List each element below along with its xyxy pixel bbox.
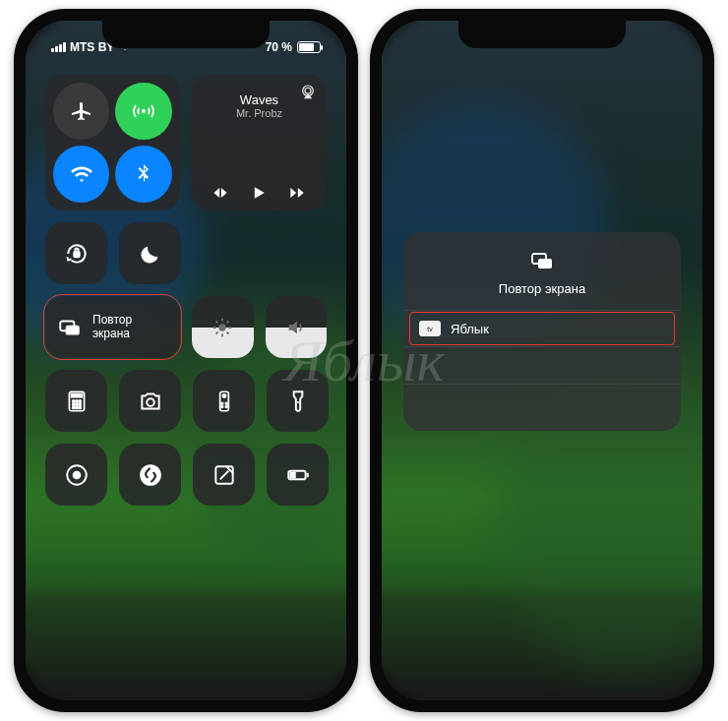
quick-note-button[interactable] [193, 444, 255, 506]
brightness-slider[interactable] [192, 296, 253, 358]
previous-track-icon[interactable] [211, 183, 230, 203]
flashlight-icon [285, 389, 311, 414]
apple-tv-remote-icon [212, 389, 237, 414]
device-name: Яблык [451, 322, 489, 336]
apple-tv-device-icon: tv [419, 321, 441, 336]
wifi-toggle[interactable] [53, 146, 109, 203]
cellular-data-icon [132, 99, 155, 123]
flashlight-button[interactable] [267, 370, 329, 432]
camera-icon [138, 389, 163, 414]
media-tile[interactable]: Waves Mr. Probz [192, 75, 327, 210]
airplay-icon[interactable] [299, 83, 317, 100]
panel-title: Повтор экрана [403, 281, 681, 296]
calculator-icon [64, 389, 90, 414]
svg-rect-33 [538, 259, 552, 269]
notch [102, 21, 270, 48]
do-not-disturb-icon [138, 241, 163, 267]
svg-point-16 [75, 406, 77, 408]
do-not-disturb-button[interactable] [119, 222, 181, 284]
svg-rect-31 [290, 472, 294, 476]
notch [458, 21, 626, 48]
orientation-lock-icon [64, 241, 90, 267]
apple-tv-remote-button[interactable] [193, 370, 255, 432]
screen-mirroring-panel: Повтор экрана tv Яблык [403, 232, 681, 431]
control-center: Waves Mr. Probz [26, 21, 346, 700]
svg-point-24 [225, 405, 227, 407]
calculator-button[interactable] [45, 370, 107, 432]
brightness-icon [212, 317, 233, 338]
svg-point-6 [219, 324, 226, 330]
svg-point-22 [225, 402, 227, 404]
screen-mirroring-button[interactable]: Повторэкрана [45, 296, 180, 358]
camera-button[interactable] [119, 370, 181, 432]
svg-point-27 [72, 470, 81, 479]
screen-record-button[interactable] [45, 444, 107, 506]
svg-point-23 [220, 405, 222, 407]
empty-row [403, 384, 681, 421]
svg-point-20 [222, 393, 225, 396]
device-item[interactable]: tv Яблык [403, 310, 681, 346]
phone-right: Повтор экрана tv Яблык [370, 9, 714, 712]
screen-left: MTS BY 70 % [26, 21, 346, 700]
svg-point-9 [72, 399, 74, 401]
cell-signal-icon [51, 42, 66, 52]
phone-left: MTS BY 70 % [14, 9, 358, 712]
screen-record-icon [64, 462, 90, 488]
svg-point-12 [72, 403, 74, 405]
battery-icon [297, 41, 321, 53]
svg-point-10 [75, 399, 77, 401]
highlight-box [409, 312, 675, 345]
screen-mirroring-label: Повторэкрана [92, 314, 132, 341]
shazam-icon [138, 462, 163, 488]
battery-percent: 70 % [266, 40, 292, 54]
svg-rect-5 [66, 325, 80, 334]
next-track-icon[interactable] [287, 183, 307, 203]
airplane-icon [70, 99, 93, 123]
media-artist: Mr. Probz [202, 107, 317, 119]
low-power-button[interactable] [267, 444, 329, 506]
wifi-icon [70, 162, 93, 186]
volume-slider[interactable] [266, 296, 327, 358]
low-power-icon [285, 462, 311, 488]
orientation-lock-button[interactable] [45, 222, 107, 284]
svg-point-18 [147, 398, 154, 406]
bluetooth-toggle[interactable] [115, 146, 172, 203]
volume-icon [285, 317, 307, 338]
empty-row [403, 346, 681, 384]
svg-rect-3 [74, 251, 79, 256]
quick-note-icon [212, 462, 237, 488]
svg-rect-8 [71, 393, 82, 396]
connectivity-group[interactable] [45, 75, 180, 210]
cellular-data-toggle[interactable] [115, 83, 172, 140]
play-icon[interactable] [249, 183, 269, 203]
svg-point-15 [72, 406, 74, 408]
svg-point-21 [220, 402, 222, 404]
svg-point-2 [305, 88, 311, 93]
svg-point-25 [296, 401, 298, 403]
airplane-mode-toggle[interactable] [53, 83, 109, 140]
shazam-button[interactable] [119, 444, 181, 506]
bluetooth-icon [132, 162, 155, 186]
svg-point-0 [142, 109, 146, 113]
screen-right: Повтор экрана tv Яблык [382, 21, 702, 700]
svg-point-17 [79, 406, 81, 408]
svg-point-11 [79, 399, 81, 401]
svg-point-28 [140, 464, 161, 486]
screen-mirroring-icon [527, 250, 557, 273]
svg-point-13 [75, 403, 77, 405]
screen-mirroring-icon [57, 315, 83, 340]
svg-point-14 [79, 403, 81, 405]
